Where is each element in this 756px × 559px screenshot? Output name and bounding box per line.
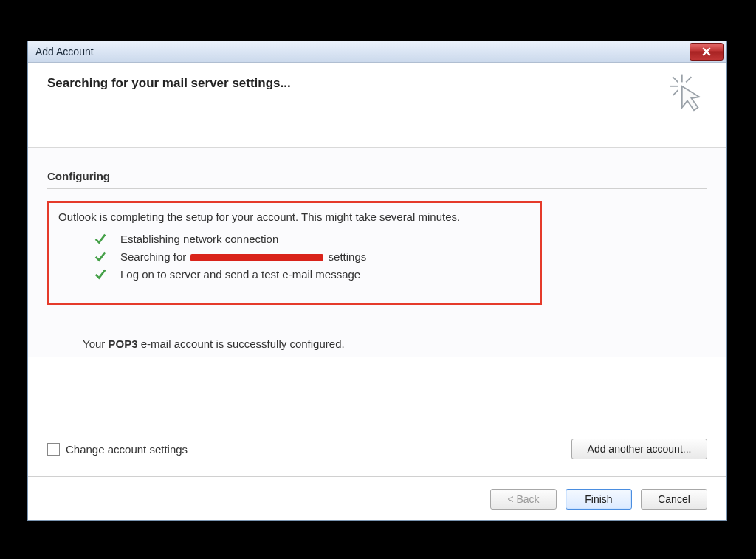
svg-line-2 [673, 77, 678, 82]
configuring-label: Configuring [47, 170, 707, 182]
close-icon [702, 47, 711, 56]
step-label: Log on to server and send a test e-mail … [120, 268, 360, 281]
success-message: Your POP3 e-mail account is successfully… [83, 337, 707, 350]
step-network: Establishing network connection [94, 232, 531, 245]
back-button: < Back [490, 489, 557, 510]
cancel-button[interactable]: Cancel [641, 489, 707, 510]
footer-divider [28, 476, 726, 477]
svg-line-3 [686, 77, 691, 82]
checkbox-label: Change account settings [66, 443, 188, 456]
step-label: Establishing network connection [120, 233, 278, 245]
add-another-account-button[interactable]: Add another account... [571, 439, 707, 459]
svg-line-4 [673, 90, 678, 95]
step-suffix: settings [325, 250, 366, 263]
intro-text: Outlook is completing the setup for your… [58, 210, 531, 223]
redacted-email [190, 254, 323, 261]
step-logon: Log on to server and send a test e-mail … [94, 267, 531, 281]
step-prefix: Searching for [120, 250, 189, 263]
page-heading: Searching for your mail server settings.… [47, 76, 707, 91]
window-title: Add Account [35, 46, 94, 58]
add-account-dialog: Add Account Searching for your mail serv… [27, 41, 727, 521]
checkmark-icon [94, 250, 107, 263]
divider [47, 188, 707, 189]
checkmark-icon [94, 232, 107, 245]
step-label: Searching for settings [120, 250, 366, 263]
body-area: Configuring Outlook is completing the se… [28, 148, 726, 357]
header-zone: Searching for your mail server settings.… [28, 63, 726, 148]
success-prefix: Your [83, 337, 108, 350]
cursor-spark-icon [667, 72, 707, 112]
checkbox-box [47, 443, 60, 456]
titlebar: Add Account [28, 41, 726, 63]
change-settings-checkbox[interactable]: Change account settings [47, 443, 188, 456]
steps-list: Establishing network connection Searchin… [94, 232, 531, 281]
success-protocol: POP3 [108, 337, 137, 350]
checkmark-icon [94, 267, 107, 281]
finish-button[interactable]: Finish [566, 489, 632, 510]
success-suffix: e-mail account is successfully configure… [138, 337, 345, 350]
footer-buttons: < Back Finish Cancel [490, 489, 707, 510]
options-bar: Change account settings Add another acco… [47, 439, 707, 459]
highlight-box: Outlook is completing the setup for your… [47, 201, 542, 305]
close-button[interactable] [690, 43, 724, 61]
step-searching: Searching for settings [94, 250, 531, 263]
